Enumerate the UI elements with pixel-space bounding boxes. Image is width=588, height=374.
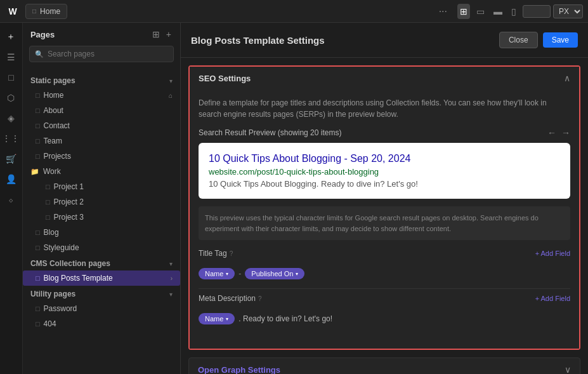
page-item-project1[interactable]: □ Project 1 xyxy=(23,179,180,194)
mobile-landscape-button[interactable]: ▬ xyxy=(491,4,505,19)
page-name: Work xyxy=(43,167,173,176)
add-element-icon[interactable]: ＋ xyxy=(2,28,20,46)
viewport-size: 1252 PX xyxy=(523,4,583,18)
layers-icon[interactable]: ☰ xyxy=(2,48,20,66)
pill-label: Name xyxy=(205,270,223,277)
page-icon: □ xyxy=(36,122,40,130)
static-section-arrow: ▾ xyxy=(169,77,173,84)
meta-desc-help-icon[interactable]: ? xyxy=(258,295,262,302)
components-icon[interactable]: ⬡ xyxy=(2,89,20,107)
preview-prev-button[interactable]: ← xyxy=(547,128,556,138)
add-title-field-button[interactable]: + Add Field xyxy=(535,250,570,257)
logic-icon[interactable]: ⬦ xyxy=(2,190,20,208)
page-icon: □ xyxy=(36,107,40,114)
cms-section-title: CMS Collection pages xyxy=(30,259,110,268)
meta-name-pill[interactable]: Name ▾ xyxy=(199,313,235,324)
page-item-team[interactable]: □ Team xyxy=(23,133,180,149)
page-item-about[interactable]: □ About xyxy=(23,103,180,118)
title-name-pill[interactable]: Name ▾ xyxy=(199,268,235,279)
static-pages-section[interactable]: Static pages ▾ xyxy=(23,72,180,88)
save-button[interactable]: Save xyxy=(543,32,578,48)
close-button[interactable]: Close xyxy=(499,32,538,48)
divider xyxy=(199,288,570,289)
seo-description: Define a template for page titles and de… xyxy=(199,97,570,120)
utility-pages-section[interactable]: Utility pages ▾ xyxy=(23,286,180,301)
page-forward-arrow: › xyxy=(171,275,173,282)
page-icon: □ xyxy=(36,91,40,99)
pages-actions: ⊞ + xyxy=(151,28,173,41)
page-name: 404 xyxy=(44,319,173,328)
page-name: Team xyxy=(44,137,173,145)
users-icon[interactable]: 👤 xyxy=(2,170,20,188)
page-name: About xyxy=(44,106,173,115)
page-item-blog-posts-template[interactable]: □ Blog Posts Template › xyxy=(23,270,180,286)
title-tag-pills: Name ▾ - Published On ▾ xyxy=(199,264,570,283)
pages-icon[interactable]: □ xyxy=(2,69,20,86)
webflow-logo: W xyxy=(5,4,20,19)
page-item-project2[interactable]: □ Project 2 xyxy=(23,194,180,210)
page-icon: □ xyxy=(36,229,40,236)
seo-section-header[interactable]: SEO Settings ∧ xyxy=(190,67,579,90)
pill-label: Name xyxy=(205,315,223,323)
page-name: Blog Posts Template xyxy=(44,274,167,283)
preview-next-button[interactable]: → xyxy=(561,128,570,138)
serp-preview-url: website.com/post/10-quick-tips-about-blo… xyxy=(209,167,560,177)
page-item-home[interactable]: □ Home ⌂ xyxy=(23,88,180,103)
pages-panel-title: Pages xyxy=(30,30,151,39)
page-icon: □ xyxy=(36,320,40,328)
assets-icon[interactable]: ◈ xyxy=(2,109,20,127)
page-icon: □ xyxy=(36,137,40,145)
cms-icon[interactable]: ⋮⋮ xyxy=(2,130,20,147)
page-name: Project 3 xyxy=(54,213,173,222)
meta-desc-label: Meta Description ? xyxy=(199,294,535,303)
home-tab[interactable]: □ Home xyxy=(25,4,67,19)
page-item-blog[interactable]: □ Blog xyxy=(23,225,180,240)
add-meta-field-button[interactable]: + Add Field xyxy=(535,295,570,302)
og-collapse-icon: ∨ xyxy=(565,364,571,374)
mobile-portrait-button[interactable]: ▯ xyxy=(509,4,519,19)
serp-preview-title: 10 Quick Tips About Blogging - Sep 20, 2… xyxy=(209,153,560,164)
page-icon: □ xyxy=(36,152,40,160)
preview-note: This preview uses the typical character … xyxy=(199,206,570,240)
pages-panel: Pages ⊞ + 🔍 Static pages ▾ □ Home xyxy=(23,23,180,374)
page-icon: □ xyxy=(36,244,40,251)
more-options-button[interactable]: ··· xyxy=(439,6,447,17)
search-input[interactable] xyxy=(48,50,168,58)
page-item-projects[interactable]: □ Projects xyxy=(23,149,180,164)
pill-dropdown-icon: ▾ xyxy=(226,316,228,322)
page-name: Contact xyxy=(44,121,173,130)
ecommerce-icon[interactable]: 🛒 xyxy=(2,150,20,168)
page-icon: □ xyxy=(32,8,36,15)
cms-page-icon: □ xyxy=(36,274,40,282)
folder-icon: 📁 xyxy=(30,168,39,176)
pages-header: Pages ⊞ + xyxy=(23,23,180,46)
meta-desc-text: . Ready to dive in? Let's go! xyxy=(238,314,332,323)
title-published-on-pill[interactable]: Published On ▾ xyxy=(245,268,304,279)
width-input[interactable]: 1252 xyxy=(523,5,551,18)
page-name: Blog xyxy=(44,228,173,237)
settings-title: Blog Posts Template Settings xyxy=(191,35,499,46)
add-folder-button[interactable]: ⊞ xyxy=(151,28,161,41)
page-item-project3[interactable]: □ Project 3 xyxy=(23,210,180,225)
desktop-view-button[interactable]: ⊞ xyxy=(457,4,470,19)
add-page-button[interactable]: + xyxy=(165,28,173,41)
page-item-styleguide[interactable]: □ Styleguide xyxy=(23,240,180,255)
cms-pages-section[interactable]: CMS Collection pages ▾ xyxy=(23,255,180,270)
tablet-view-button[interactable]: ▭ xyxy=(474,4,487,19)
page-item-contact[interactable]: □ Contact xyxy=(23,118,180,133)
title-tag-help-icon[interactable]: ? xyxy=(230,250,233,257)
title-tag-label: Title Tag ? xyxy=(199,249,535,258)
meta-desc-row: Meta Description ? + Add Field xyxy=(199,294,570,303)
main-layout: ＋ ☰ □ ⬡ ◈ ⋮⋮ 🛒 👤 ⬦ Pages ⊞ + 🔍 xyxy=(0,23,588,374)
page-item-password[interactable]: □ Password xyxy=(23,301,180,316)
utility-section-arrow: ▾ xyxy=(169,291,173,298)
home-indicator-icon: ⌂ xyxy=(169,92,173,99)
og-section-header[interactable]: Open Graph Settings ∨ xyxy=(188,357,580,374)
settings-panel: Blog Posts Template Settings Close Save … xyxy=(181,23,588,374)
page-name: Styleguide xyxy=(44,243,173,252)
unit-select[interactable]: PX xyxy=(553,4,583,18)
page-item-work[interactable]: 📁 Work xyxy=(23,164,180,179)
page-item-404[interactable]: □ 404 xyxy=(23,316,180,331)
page-icon: □ xyxy=(46,183,50,190)
preview-label: Search Result Preview (showing 20 items) xyxy=(199,128,341,137)
